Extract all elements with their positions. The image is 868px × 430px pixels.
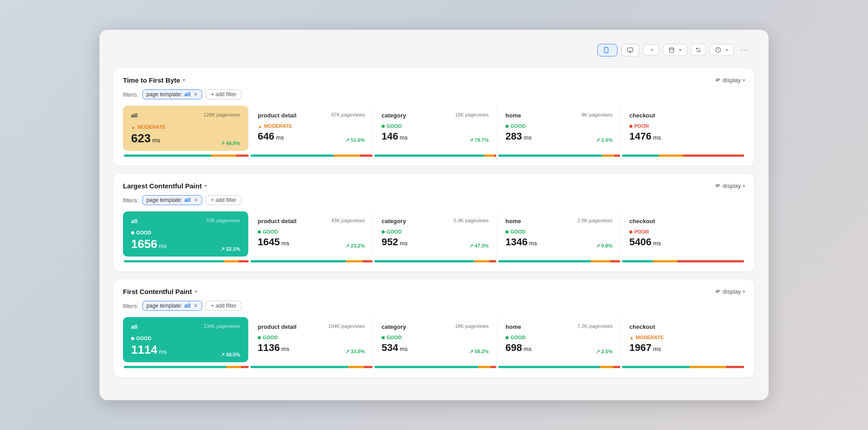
metric-value: 283 ms <box>505 131 532 142</box>
close-icon[interactable]: ✕ <box>193 197 198 203</box>
filter-value: all <box>184 91 190 98</box>
card-pageviews: 128K pageviews <box>203 112 240 117</box>
metric-card: product detail 97K pageviews ▲ MODERATE … <box>250 106 373 151</box>
status-dot <box>505 125 509 128</box>
chevron-down-icon3: ▾ <box>726 47 728 52</box>
card-label: product detail <box>258 323 297 330</box>
progress-moderate <box>211 154 236 157</box>
card-change: ↗ 58.2% <box>469 349 489 355</box>
close-icon[interactable]: ✕ <box>193 91 198 98</box>
section-title: First Contentful Paint <box>123 288 192 295</box>
progress-poor <box>726 366 745 368</box>
add-filter-button[interactable]: + add filter <box>206 89 241 99</box>
desktop-toggle[interactable] <box>621 44 639 56</box>
metric-value: 1967 ms <box>629 342 661 354</box>
filter-tag[interactable]: page template: all ✕ <box>142 301 203 311</box>
calendar-icon <box>669 47 675 53</box>
filters-row: filters: page template: all ✕ + add filt… <box>123 89 745 99</box>
more-button[interactable]: ··· <box>737 42 754 57</box>
section-chevron-icon[interactable]: ▾ <box>204 183 207 189</box>
percentile-selector[interactable]: ▾ <box>643 44 659 56</box>
status-text: GOOD <box>387 123 402 129</box>
progress-moderate <box>653 260 677 262</box>
metric-value: 1136 ms <box>258 342 289 354</box>
filter-tag[interactable]: page template: all ✕ <box>142 89 203 99</box>
chevron-down-icon2: ▾ <box>679 47 681 52</box>
metric-card: home 2.8K pageviews GOOD 1346 ms ↗ 0.8% <box>497 211 621 257</box>
progress-moderate <box>478 366 491 368</box>
card-label: category <box>382 112 406 119</box>
status-text: MODERATE <box>636 335 664 340</box>
swap-button[interactable] <box>691 44 706 56</box>
card-label: home <box>505 112 521 119</box>
card-label: checkout <box>629 323 655 330</box>
metric-value: 952 ms <box>382 236 408 248</box>
progress-good <box>250 366 348 368</box>
mobile-toggle[interactable] <box>597 44 618 56</box>
progress-bar <box>124 154 249 157</box>
progress-bar <box>498 366 620 368</box>
status-text: GOOD <box>510 229 526 234</box>
chevron-down-icon: ▾ <box>651 47 653 52</box>
progress-poor <box>677 260 745 262</box>
progress-poor <box>494 154 496 157</box>
display-button[interactable]: display ▾ <box>715 182 745 189</box>
filter-prefix: page template: <box>146 197 182 203</box>
card-pageviews: 18K pageviews <box>455 112 489 117</box>
close-icon[interactable]: ✕ <box>193 303 198 309</box>
section-title: Time to First Byte <box>123 76 180 84</box>
progress-good <box>622 154 659 157</box>
status-badge: GOOD <box>505 229 526 234</box>
week-before-selector[interactable]: ▾ <box>709 44 734 56</box>
progress-bar <box>622 260 744 262</box>
progress-poor <box>614 154 621 157</box>
progress-moderate <box>591 260 610 262</box>
card-label: home <box>505 218 521 224</box>
card-change: ↗ 33.8% <box>345 349 365 355</box>
progress-moderate <box>689 366 726 368</box>
status-text: GOOD <box>510 335 526 340</box>
status-badge: ▲ MODERATE <box>131 124 165 130</box>
metric-value: 534 ms <box>382 342 408 354</box>
status-dot <box>505 230 509 234</box>
section-fcp: First Contentful Paint ▾ display ▾ filte… <box>114 280 754 377</box>
card-change: ↗ 2.5% <box>596 349 613 355</box>
metric-unit: ms <box>157 348 167 355</box>
filter-value: all <box>184 303 190 309</box>
card-label: product detail <box>258 218 297 224</box>
progress-poor <box>613 366 620 368</box>
add-filter-button[interactable]: + add filter <box>206 195 241 205</box>
progress-moderate <box>346 260 363 262</box>
display-label: display <box>723 182 741 189</box>
section-chevron-icon[interactable]: ▾ <box>183 77 185 83</box>
progress-good <box>374 154 484 157</box>
custom-range-selector[interactable]: ▾ <box>663 44 687 56</box>
status-text: POOR <box>634 229 649 234</box>
card-pageviews: 104K pageviews <box>328 323 365 329</box>
section-chevron-icon[interactable]: ▾ <box>195 289 198 294</box>
filter-tag[interactable]: page template: all ✕ <box>142 195 203 205</box>
progress-moderate <box>484 154 494 157</box>
cards-grid: all 128K pageviews ▲ MODERATE 623 ms ↗ 4… <box>123 106 745 151</box>
progress-bar <box>124 260 249 262</box>
progress-moderate <box>224 260 239 262</box>
progress-good <box>124 154 211 157</box>
progress-moderate <box>474 260 489 262</box>
status-badge: POOR <box>629 123 649 129</box>
display-label: display <box>723 288 741 295</box>
section-title: Largest Contentful Paint <box>123 182 202 190</box>
status-dot <box>629 125 632 128</box>
metric-unit: ms <box>651 240 661 247</box>
display-icon <box>715 289 721 295</box>
progress-bar <box>124 366 249 368</box>
metric-unit: ms <box>151 137 160 144</box>
progress-good <box>250 260 346 262</box>
metric-unit: ms <box>522 134 532 141</box>
metric-value: 623 ms <box>131 131 160 145</box>
status-badge: ▲ MODERATE <box>629 335 664 340</box>
status-dot <box>382 230 385 234</box>
display-button[interactable]: display ▾ <box>715 77 745 84</box>
display-button[interactable]: display ▾ <box>715 288 745 295</box>
metric-unit: ms <box>157 243 167 249</box>
add-filter-button[interactable]: + add filter <box>206 301 241 311</box>
